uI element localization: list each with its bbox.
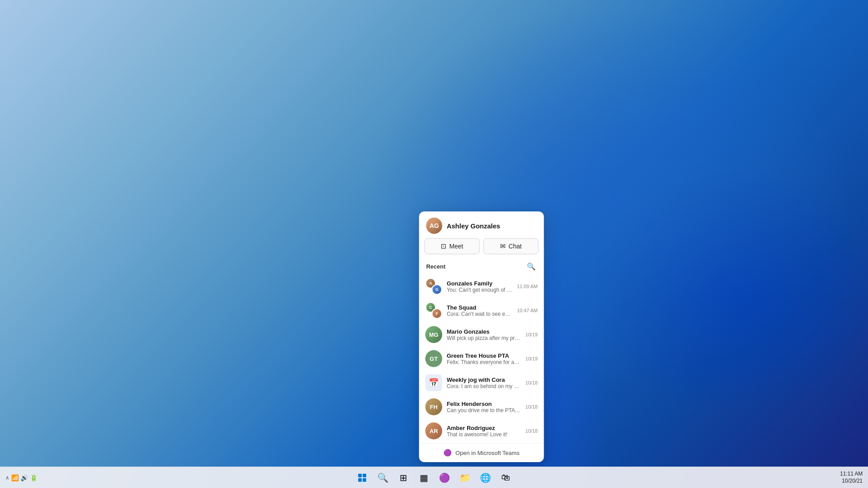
chat-info: Green Tree House PTA Felix: Thanks every… (446, 352, 521, 365)
chat-name: Gonzales Family (446, 280, 513, 287)
avatar-image: AG (426, 218, 442, 234)
meet-icon: ⊡ (441, 242, 446, 250)
start-button[interactable] (353, 469, 371, 487)
task-view-button[interactable]: ⊞ (394, 469, 412, 487)
chat-list: A G Gonzales Family You: Can't get enoug… (419, 274, 544, 443)
taskbar-center: 🔍 ⊞ ▦ 🟣 📁 🌐 🛍 (353, 469, 515, 487)
widgets-icon: ▦ (420, 472, 428, 483)
chat-icon: ✉ (500, 242, 506, 250)
list-item[interactable]: A G Gonzales Family You: Can't get enoug… (419, 274, 544, 298)
chat-info: The Squad Cora: Can't wait to see everyo… (446, 304, 513, 317)
meet-button[interactable]: ⊡ Meet (424, 238, 479, 254)
teams-icon: 🟣 (443, 449, 452, 457)
chat-preview: You: Can't get enough of her. (446, 287, 513, 293)
task-view-icon: ⊞ (400, 472, 407, 483)
system-tray-expand[interactable]: ∧ (5, 475, 9, 481)
chat-button[interactable]: ✉ Chat (483, 238, 538, 254)
search-button[interactable]: 🔍 (374, 469, 392, 487)
search-icon[interactable]: 🔍 (526, 261, 537, 272)
chat-preview: Felix: Thanks everyone for attending tod… (446, 359, 521, 365)
chat-time: 10:47 AM (517, 308, 537, 313)
desktop: AG Ashley Gonzales ⊡ Meet ✉ Chat Recent … (0, 0, 868, 488)
chat-time: 11:09 AM (517, 284, 537, 289)
chat-time: 10/19 (525, 332, 538, 337)
taskbar-right: 11:11 AM 10/20/21 (840, 471, 863, 484)
list-item[interactable]: GT Green Tree House PTA Felix: Thanks ev… (419, 347, 544, 371)
list-item[interactable]: 📅 Weekly jog with Cora Cora: I am so beh… (419, 371, 544, 395)
avatar: FH (425, 398, 442, 415)
avatar-part: F (431, 308, 442, 319)
avatar: C F (425, 302, 442, 319)
teams-chat-popup: AG Ashley Gonzales ⊡ Meet ✉ Chat Recent … (419, 211, 544, 462)
chat-preview: Cora: Can't wait to see everyone! (446, 311, 513, 317)
wifi-icon[interactable]: 📶 (11, 474, 19, 481)
list-item[interactable]: MG Mario Gonzales Will pick up pizza aft… (419, 323, 544, 347)
widgets-button[interactable]: ▦ (415, 469, 433, 487)
list-item[interactable]: C F The Squad Cora: Can't wait to see ev… (419, 298, 544, 323)
meet-label: Meet (449, 243, 463, 250)
battery-icon[interactable]: 🔋 (30, 474, 37, 481)
explorer-icon: 📁 (459, 472, 471, 483)
chat-info: Mario Gonzales Will pick up pizza after … (446, 328, 521, 341)
file-explorer-button[interactable]: 📁 (456, 469, 474, 487)
taskbar: ∧ 📶 🔊 🔋 🔍 ⊞ ▦ (0, 467, 868, 488)
avatar: AR (425, 422, 442, 439)
teams-button[interactable]: 🟣 (435, 469, 453, 487)
list-item[interactable]: AR Amber Rodriguez That is awesome! Love… (419, 419, 544, 443)
teams-icon: 🟣 (439, 472, 450, 483)
chat-time: 10/19 (525, 356, 538, 361)
edge-icon: 🌐 (480, 472, 491, 483)
chat-preview: Will pick up pizza after my practice. (446, 335, 521, 341)
chat-preview: That is awesome! Love it! (446, 431, 521, 438)
open-teams-label: Open in Microsoft Teams (455, 450, 520, 456)
avatar: A G (425, 278, 442, 295)
clock-time: 11:11 AM (840, 471, 863, 478)
chat-name: Amber Rodriguez (446, 425, 521, 431)
chat-time: 10/18 (525, 380, 538, 385)
chat-name: Green Tree House PTA (446, 352, 521, 359)
clock[interactable]: 11:11 AM 10/20/21 (840, 471, 863, 484)
taskbar-left: ∧ 📶 🔊 🔋 (5, 474, 37, 481)
clock-date: 10/20/21 (840, 478, 863, 485)
popup-header: AG Ashley Gonzales (419, 211, 544, 238)
windows-logo (358, 474, 366, 482)
chat-time: 10/18 (525, 428, 538, 434)
recent-header: Recent 🔍 (419, 260, 544, 274)
chat-name: The Squad (446, 304, 513, 311)
chat-label: Chat (508, 243, 522, 250)
avatar: 📅 (425, 374, 442, 391)
action-buttons: ⊡ Meet ✉ Chat (419, 238, 544, 260)
search-icon: 🔍 (377, 472, 389, 483)
recent-label: Recent (426, 263, 445, 270)
chat-name: Mario Gonzales (446, 328, 521, 335)
chat-preview: Can you drive me to the PTA today? (446, 407, 521, 414)
chat-info: Amber Rodriguez That is awesome! Love it… (446, 425, 521, 438)
avatar-part: G (431, 284, 442, 295)
store-button[interactable]: 🛍 (497, 469, 515, 487)
volume-icon[interactable]: 🔊 (21, 474, 28, 481)
list-item[interactable]: FH Felix Henderson Can you drive me to t… (419, 395, 544, 419)
avatar: GT (425, 350, 442, 367)
chat-info: Weekly jog with Cora Cora: I am so behin… (446, 376, 521, 389)
chat-info: Gonzales Family You: Can't get enough of… (446, 280, 513, 293)
edge-button[interactable]: 🌐 (476, 469, 494, 487)
user-name: Ashley Gonzales (446, 222, 500, 230)
chat-name: Weekly jog with Cora (446, 376, 521, 383)
chat-info: Felix Henderson Can you drive me to the … (446, 401, 521, 414)
avatar: MG (425, 326, 442, 343)
chat-time: 10/18 (525, 404, 538, 409)
avatar: AG (426, 218, 442, 234)
store-icon: 🛍 (501, 472, 510, 483)
chat-name: Felix Henderson (446, 401, 521, 407)
chat-preview: Cora: I am so behind on my step goals. (446, 383, 521, 389)
open-teams-button[interactable]: 🟣 Open in Microsoft Teams (419, 443, 544, 462)
